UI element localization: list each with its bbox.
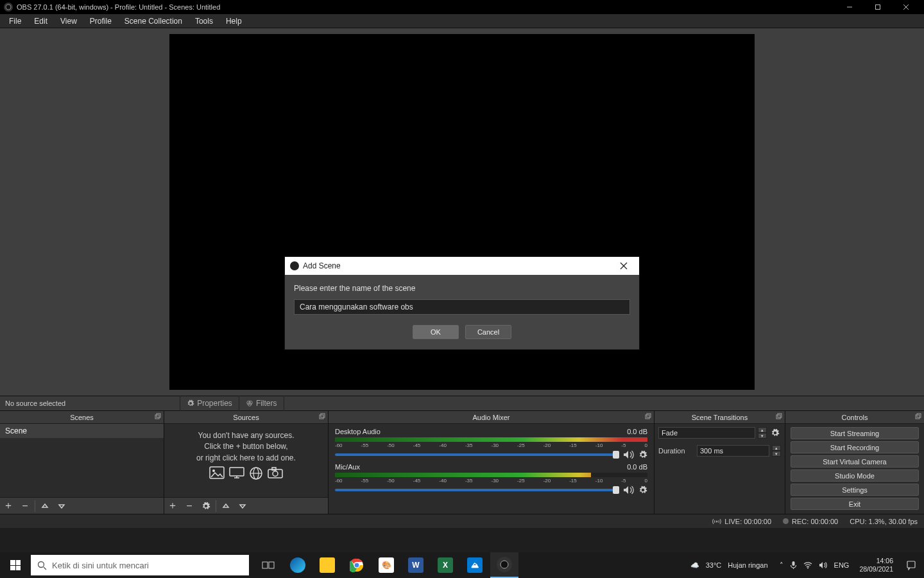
gear-icon[interactable] [638, 486, 647, 495]
gear-icon[interactable] [638, 450, 647, 459]
dock-row: Scenes Scene ＋ − Sources You don't have … [0, 411, 924, 514]
menu-tools[interactable]: Tools [189, 15, 219, 27]
start-virtual-camera-button[interactable]: Start Virtual Camera [791, 455, 919, 468]
add-scene-button[interactable]: ＋ [0, 498, 17, 514]
cancel-button[interactable]: Cancel [465, 325, 511, 339]
settings-button[interactable]: Settings [791, 484, 919, 496]
svg-point-32 [38, 561, 44, 567]
taskbar-app-excel[interactable]: X [431, 552, 459, 578]
db-ticks: -60-55-50-45-40-35-30-25-20-15-10-50 [335, 478, 647, 484]
tray-mic-icon[interactable] [790, 561, 797, 570]
studio-mode-button[interactable]: Studio Mode [791, 469, 919, 482]
menu-view[interactable]: View [54, 15, 83, 27]
controls-header: Controls [785, 411, 924, 424]
window-close-button[interactable] [892, 0, 920, 14]
popout-icon[interactable] [776, 413, 782, 419]
taskbar-app-word[interactable]: W [402, 552, 430, 578]
tray-volume-icon[interactable] [819, 561, 828, 569]
taskbar-app-photos[interactable]: ⛰ [461, 552, 489, 578]
start-button[interactable] [0, 552, 31, 578]
add-source-button[interactable]: ＋ [164, 498, 181, 514]
track-db: 0.0 dB [627, 428, 647, 435]
taskbar-app-edge[interactable] [284, 552, 312, 578]
source-properties-button[interactable] [198, 498, 214, 514]
properties-button[interactable]: Properties [180, 396, 239, 411]
svg-rect-12 [320, 415, 323, 419]
volume-slider[interactable] [335, 453, 619, 456]
exit-button[interactable]: Exit [791, 498, 919, 510]
move-scene-down-button[interactable] [53, 498, 70, 514]
duration-value: 300 ms [700, 447, 723, 455]
menu-file[interactable]: File [3, 15, 28, 27]
controls-dock: Controls Start Streaming Start Recording… [785, 411, 924, 514]
taskbar-clock[interactable]: 14:06 28/09/2021 [854, 557, 898, 573]
transition-select[interactable]: Fade [658, 427, 755, 439]
transitions-dock: Scene Transitions Fade ▴▾ Duration 300 m… [654, 411, 785, 514]
filters-label: Filters [256, 399, 277, 408]
window-maximize-button[interactable] [864, 0, 892, 14]
menu-edit[interactable]: Edit [28, 15, 54, 27]
svg-rect-10 [155, 415, 159, 419]
speaker-icon[interactable] [623, 450, 635, 459]
dialog-titlebar[interactable]: Add Scene [285, 257, 639, 275]
svg-point-15 [212, 469, 215, 472]
weather-temp: 33°C [706, 561, 722, 569]
system-tray[interactable]: ☁️ 33°C Hujan ringan ˄ ENG [685, 561, 855, 570]
scenes-list[interactable]: Scene [0, 424, 164, 497]
scene-name-input[interactable] [294, 299, 630, 315]
menu-scene-collection[interactable]: Scene Collection [118, 15, 189, 27]
sources-list[interactable]: You don't have any sources. Click the + … [164, 424, 328, 497]
start-recording-button[interactable]: Start Recording [791, 441, 919, 453]
audio-track-desktop: Desktop Audio 0.0 dB -60-55-50-45-40-35-… [329, 425, 654, 460]
start-streaming-button[interactable]: Start Streaming [791, 427, 919, 439]
ok-button[interactable]: OK [413, 325, 459, 339]
notification-center-button[interactable] [898, 552, 924, 578]
status-rec: REC: 00:00:00 [783, 518, 838, 525]
speaker-icon[interactable] [623, 486, 635, 495]
svg-point-0 [6, 4, 11, 10]
taskbar-app-explorer[interactable] [313, 552, 341, 578]
taskbar-app-chrome[interactable] [343, 552, 371, 578]
windows-logo-icon [10, 560, 21, 570]
filters-button[interactable]: Filters [239, 396, 284, 411]
svg-rect-16 [230, 468, 244, 476]
taskbar-app-paint[interactable]: 🎨 [372, 552, 400, 578]
search-icon [37, 561, 47, 570]
weather-desc: Hujan ringan [728, 561, 767, 569]
window-minimize-button[interactable] [835, 0, 864, 14]
tray-lang[interactable]: ENG [834, 561, 850, 569]
sources-empty-message: You don't have any sources. Click the + … [164, 424, 328, 484]
taskbar-app-obs[interactable] [490, 552, 518, 578]
popout-icon[interactable] [155, 413, 161, 419]
menu-help[interactable]: Help [219, 15, 248, 27]
move-source-down-button[interactable] [234, 498, 251, 514]
remove-scene-button[interactable]: − [17, 498, 33, 514]
move-scene-up-button[interactable] [37, 498, 53, 514]
task-view-button[interactable] [254, 552, 282, 578]
weather-icon: ☁️ [690, 561, 699, 570]
remove-source-button[interactable]: − [181, 498, 198, 514]
track-name: Desktop Audio [335, 428, 381, 435]
move-source-up-button[interactable] [218, 498, 234, 514]
menu-profile[interactable]: Profile [83, 15, 118, 27]
status-bar: LIVE: 00:00:00 REC: 00:00:00 CPU: 1.3%, … [0, 514, 924, 528]
popout-icon[interactable] [645, 413, 651, 419]
mixer-title: Audio Mixer [472, 414, 509, 421]
taskbar-search[interactable]: Ketik di sini untuk mencari [31, 555, 249, 575]
transition-settings-button[interactable] [769, 427, 781, 439]
svg-rect-2 [876, 5, 880, 10]
duration-spinner[interactable]: ▴▾ [772, 445, 781, 457]
scene-item[interactable]: Scene [0, 424, 164, 438]
transition-spinner[interactable]: ▴▾ [758, 427, 767, 439]
preview-area: Add Scene Please enter the name of the s… [0, 28, 924, 396]
duration-input[interactable]: 300 ms [697, 445, 769, 457]
popout-icon[interactable] [915, 413, 921, 419]
menubar: File Edit View Profile Scene Collection … [0, 14, 924, 28]
tray-wifi-icon[interactable] [803, 561, 812, 569]
volume-slider[interactable] [335, 489, 619, 491]
popout-icon[interactable] [319, 413, 325, 419]
dialog-close-button[interactable] [613, 257, 634, 275]
svg-point-24 [273, 471, 278, 477]
filter-icon [246, 399, 253, 407]
tray-chevron-up-icon[interactable]: ˄ [780, 561, 783, 570]
